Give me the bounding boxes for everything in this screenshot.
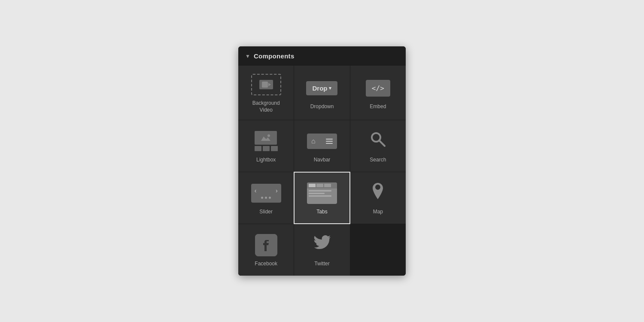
twitter-icon bbox=[307, 234, 337, 256]
embed-icon: </> bbox=[362, 77, 393, 99]
facebook-label: Facebook bbox=[255, 261, 277, 267]
component-slider[interactable]: ‹ › Slider bbox=[238, 172, 294, 224]
component-background-video[interactable]: BackgroundVideo bbox=[238, 66, 294, 119]
component-twitter[interactable]: Twitter bbox=[294, 224, 349, 276]
components-panel: ▼ Components BackgroundVideo bbox=[238, 46, 406, 275]
lightbox-icon bbox=[251, 130, 282, 152]
component-tabs[interactable]: Tabs bbox=[294, 172, 350, 224]
navbar-icon: ⌂ bbox=[307, 130, 337, 152]
search-icon bbox=[362, 130, 393, 152]
search-label: Search bbox=[370, 157, 386, 164]
component-lightbox[interactable]: Lightbox bbox=[238, 120, 294, 172]
collapse-arrow[interactable]: ▼ bbox=[245, 53, 250, 59]
background-video-icon bbox=[251, 73, 282, 96]
component-embed[interactable]: </> Embed bbox=[350, 66, 406, 119]
components-grid: BackgroundVideo Drop ▾ Dropdown </> Embe… bbox=[238, 66, 406, 275]
component-search[interactable]: Search bbox=[350, 120, 406, 172]
map-label: Map bbox=[373, 209, 383, 216]
svg-rect-0 bbox=[262, 82, 268, 88]
map-icon bbox=[362, 182, 393, 204]
tabs-icon bbox=[307, 182, 337, 204]
slider-label: Slider bbox=[259, 209, 273, 216]
svg-rect-2 bbox=[259, 133, 272, 143]
twitter-label: Twitter bbox=[314, 261, 329, 267]
panel-title: Components bbox=[254, 52, 295, 60]
svg-marker-1 bbox=[268, 83, 271, 86]
component-facebook[interactable]: Facebook bbox=[238, 224, 294, 276]
background-video-label: BackgroundVideo bbox=[252, 100, 280, 113]
dropdown-icon: Drop ▾ bbox=[307, 77, 337, 99]
slider-icon: ‹ › bbox=[251, 182, 282, 204]
component-map[interactable]: Map bbox=[350, 172, 406, 224]
tabs-label: Tabs bbox=[316, 209, 327, 216]
panel-header: ▼ Components bbox=[238, 46, 406, 66]
lightbox-label: Lightbox bbox=[256, 157, 276, 164]
svg-point-4 bbox=[267, 134, 270, 137]
embed-label: Embed bbox=[370, 103, 386, 110]
navbar-label: Navbar bbox=[314, 157, 331, 164]
component-navbar[interactable]: ⌂ Navbar bbox=[294, 120, 349, 172]
facebook-icon bbox=[251, 234, 282, 256]
dropdown-label: Dropdown bbox=[310, 103, 334, 110]
component-dropdown[interactable]: Drop ▾ Dropdown bbox=[294, 66, 349, 119]
svg-line-6 bbox=[379, 140, 385, 146]
